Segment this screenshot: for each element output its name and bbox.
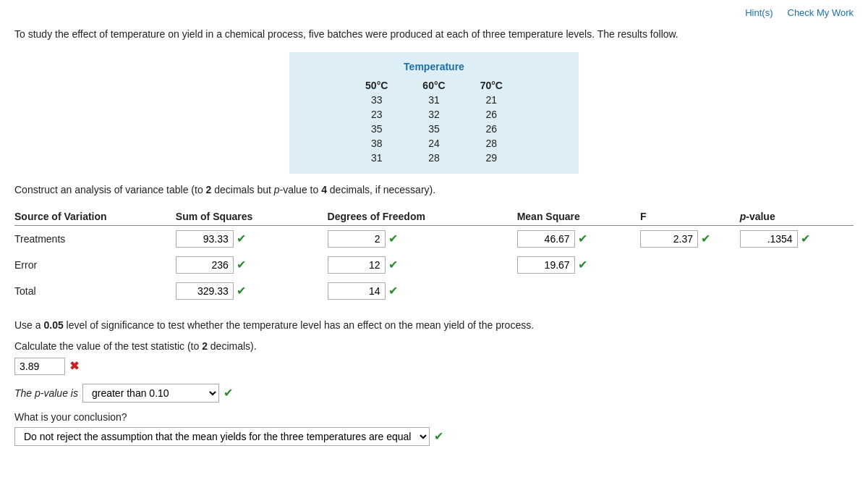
conclusion-row: Do not reject the assumption that the me… (14, 427, 854, 446)
anova-df-check: ✔ (388, 285, 398, 297)
temp-data-cell: 29 (463, 151, 520, 165)
anova-source-cell: Treatments (14, 226, 176, 253)
intro-text: To study the effect of temperature on yi… (14, 27, 854, 42)
anova-ms-check: ✔ (578, 233, 587, 245)
anova-col-pv: p-value (740, 208, 854, 226)
anova-f-cell (640, 278, 740, 304)
anova-pv-cell (740, 278, 854, 304)
anova-ms-cell: ✔ (517, 252, 640, 278)
conclusion-label: What is your conclusion? (14, 411, 854, 423)
temp-header-70: 70°C (463, 78, 520, 93)
temperature-table-header-row: 50°C 60°C 70°C (348, 78, 520, 93)
anova-f-cell (640, 252, 740, 278)
anova-df-input[interactable] (328, 282, 386, 300)
anova-col-ms: Mean Square (517, 208, 640, 226)
anova-ms-cell: ✔ (517, 226, 640, 253)
anova-df-check: ✔ (388, 259, 398, 271)
temperature-table: 50°C 60°C 70°C 3331212332263535263824283… (348, 78, 520, 165)
anova-data-row: Total✔✔ (14, 278, 854, 304)
temp-data-row: 312829 (348, 151, 520, 165)
temp-header-60: 60°C (405, 78, 462, 93)
check-my-work-link[interactable]: Check My Work (788, 7, 854, 18)
anova-source-cell: Total (14, 278, 176, 304)
temp-data-cell: 23 (348, 107, 405, 122)
anova-data-row: Treatments✔✔✔✔✔ (14, 226, 854, 253)
anova-df-cell: ✔ (328, 226, 517, 253)
anova-df-input[interactable] (328, 256, 386, 274)
anova-f-cell: ✔ (640, 226, 740, 253)
temp-data-cell: 26 (463, 107, 520, 122)
anova-ms-check: ✔ (578, 259, 587, 271)
hint-link[interactable]: Hint(s) (745, 7, 773, 18)
pvalue-check-icon: ✔ (224, 387, 233, 399)
pvalue-row: The p-value is less than 0.01between 0.0… (14, 384, 854, 403)
conclusion-check-icon: ✔ (434, 431, 443, 442)
temp-data-row: 382428 (348, 136, 520, 151)
anova-source-cell: Error (14, 252, 176, 278)
pvalue-label: The p-value is (14, 387, 78, 399)
anova-df-check: ✔ (388, 233, 398, 245)
anova-ss-check: ✔ (237, 259, 246, 271)
construct-text: Construct an analysis of variance table … (14, 182, 854, 198)
anova-ss-input[interactable] (176, 256, 234, 274)
test-stat-error-icon: ✖ (69, 361, 79, 372)
temp-data-cell: 32 (405, 107, 462, 122)
anova-pv-input[interactable] (740, 230, 798, 248)
temp-data-row: 233226 (348, 107, 520, 122)
temp-data-cell: 28 (463, 136, 520, 151)
temperature-table-outer: Temperature 50°C 60°C 70°C 3331212332263… (289, 52, 579, 174)
anova-pv-check: ✔ (801, 233, 810, 245)
conclusion-select[interactable]: Do not reject the assumption that the me… (14, 427, 430, 446)
temp-data-cell: 21 (463, 93, 520, 107)
anova-header-row: Source of Variation Sum of Squares Degre… (14, 208, 854, 226)
temp-data-cell: 24 (405, 136, 462, 151)
anova-f-check: ✔ (701, 233, 710, 245)
anova-col-df: Degrees of Freedom (328, 208, 517, 226)
significance-text: Use a 0.05 level of significance to test… (14, 317, 854, 333)
anova-ss-input[interactable] (176, 282, 234, 300)
temperature-table-wrapper: Temperature 50°C 60°C 70°C 3331212332263… (14, 52, 854, 174)
anova-col-f: F (640, 208, 740, 226)
anova-col-ss: Sum of Squares (176, 208, 328, 226)
anova-ss-cell: ✔ (176, 252, 328, 278)
anova-pv-cell (740, 252, 854, 278)
temp-data-cell: 31 (405, 93, 462, 107)
test-stat-row: ✖ (14, 358, 854, 375)
temp-data-cell: 26 (463, 122, 520, 136)
anova-f-input[interactable] (640, 230, 698, 248)
temp-data-row: 353526 (348, 122, 520, 136)
anova-ms-cell (517, 278, 640, 304)
anova-ss-cell: ✔ (176, 226, 328, 253)
temp-data-cell: 35 (405, 122, 462, 136)
anova-pv-cell: ✔ (740, 226, 854, 253)
top-bar: Hint(s) Check My Work (14, 7, 854, 18)
temp-data-cell: 28 (405, 151, 462, 165)
calculate-text: Calculate the value of the test statisti… (14, 340, 854, 352)
temperature-table-title: Temperature (318, 61, 550, 72)
anova-ms-input[interactable] (517, 256, 575, 274)
anova-df-cell: ✔ (328, 278, 517, 304)
test-stat-input[interactable] (14, 358, 65, 375)
anova-data-row: Error✔✔✔ (14, 252, 854, 278)
anova-ss-cell: ✔ (176, 278, 328, 304)
temp-data-cell: 33 (348, 93, 405, 107)
anova-ss-check: ✔ (237, 285, 246, 297)
anova-ms-input[interactable] (517, 230, 575, 248)
temp-data-cell: 35 (348, 122, 405, 136)
pvalue-select[interactable]: less than 0.01between 0.01 and 0.025betw… (82, 384, 219, 403)
anova-df-cell: ✔ (328, 252, 517, 278)
temp-data-cell: 38 (348, 136, 405, 151)
anova-df-input[interactable] (328, 230, 386, 248)
temp-header-50: 50°C (348, 78, 405, 93)
anova-ss-check: ✔ (237, 233, 246, 245)
anova-col-source: Source of Variation (14, 208, 176, 226)
temp-data-row: 333121 (348, 93, 520, 107)
anova-ss-input[interactable] (176, 230, 234, 248)
temp-data-cell: 31 (348, 151, 405, 165)
anova-table: Source of Variation Sum of Squares Degre… (14, 208, 854, 304)
